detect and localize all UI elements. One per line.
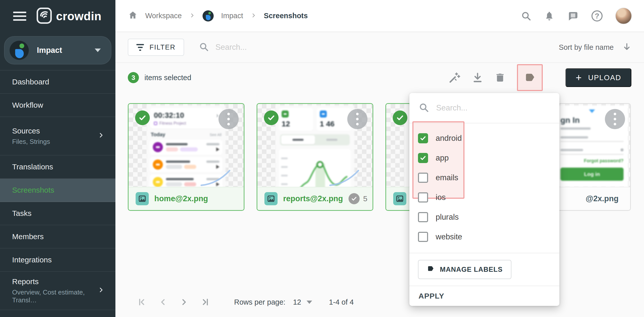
selected-check-icon[interactable] (264, 110, 279, 125)
selected-text: items selected (144, 74, 191, 82)
chevron-right-icon (251, 12, 256, 20)
breadcrumb-workspace[interactable]: Workspace (145, 12, 182, 20)
label-option-emails[interactable]: emails (409, 168, 559, 188)
image-file-icon (393, 192, 406, 205)
rows-per-page-value[interactable]: 12 (293, 298, 301, 306)
delete-trash-icon[interactable] (495, 72, 505, 83)
screenshot-filename[interactable]: home@2x.png (154, 194, 208, 203)
image-file-icon (136, 192, 149, 205)
card-menu-dots-icon[interactable] (218, 109, 239, 129)
sidebar-item-tasks[interactable]: Tasks (0, 202, 115, 225)
pagination: Rows per page: 12 1-4 of 4 (136, 292, 354, 312)
dropdown-arrow (589, 109, 595, 113)
label-option-ios[interactable]: ios (409, 188, 559, 207)
sort-control[interactable]: Sort by file name (559, 42, 631, 52)
label-option-plurals[interactable]: plurals (409, 207, 559, 227)
help-icon[interactable]: ? (591, 10, 603, 21)
chevron-right-icon (98, 286, 104, 295)
sidebar-item-screenshots[interactable]: Screenshots (0, 179, 115, 202)
checkbox-unchecked-icon[interactable] (418, 232, 428, 242)
next-page-icon[interactable] (179, 297, 190, 308)
apply-button[interactable]: APPLY (418, 292, 444, 300)
screenshot-search-input[interactable]: Search... (199, 42, 559, 53)
divider (409, 253, 559, 253)
sidebar-item-workflow[interactable]: Workflow (0, 94, 115, 117)
crowdin-logo-icon (36, 7, 52, 25)
sidebar-item-dashboard[interactable]: Dashboard (0, 71, 115, 94)
checkbox-checked-icon[interactable] (418, 153, 428, 163)
project-name: Impact (37, 46, 62, 55)
main-area: Workspace Impact Screenshots (115, 0, 644, 317)
breadcrumb: Workspace Impact Screenshots (128, 10, 308, 21)
selected-check-icon[interactable] (135, 110, 150, 125)
home-icon[interactable] (128, 10, 138, 21)
apply-row: APPLY (409, 286, 559, 306)
sidebar-item-sublabel: Overview, Cost estimate, Transl… (12, 288, 103, 304)
chevron-down-icon (95, 49, 101, 52)
page-range: 1-4 of 4 (329, 298, 354, 306)
search-icon (418, 102, 429, 114)
upload-button[interactable]: + UPLOAD (565, 68, 631, 87)
labels-list: android app emails ios (409, 123, 559, 253)
checkbox-checked-icon[interactable] (418, 133, 428, 143)
topbar-actions: ? (521, 8, 632, 24)
project-switcher[interactable]: Impact (4, 36, 111, 64)
check-icon (349, 193, 360, 204)
image-file-icon (264, 192, 278, 205)
sidebar: crowdin Impact Dashboard Workflow Source… (0, 0, 115, 317)
screenshot-thumbnail: 00:32:10› Fitness Project Today See All (129, 104, 244, 187)
previous-page-icon[interactable] (157, 297, 168, 308)
screenshots-page: FILTER Search... Sort by file name (115, 32, 644, 317)
checkbox-unchecked-icon[interactable] (418, 192, 428, 202)
notifications-bell-icon[interactable] (544, 11, 555, 21)
label-icon (427, 265, 434, 274)
hamburger-menu-icon[interactable] (13, 12, 26, 21)
search-icon[interactable] (521, 11, 531, 21)
last-page-icon[interactable] (200, 297, 211, 308)
sidebar-item-sources[interactable]: Sources Files, Strings (0, 117, 115, 155)
top-bar: Workspace Impact Screenshots (115, 0, 644, 32)
label-option-android[interactable]: android (409, 128, 559, 148)
messages-chat-icon[interactable] (567, 10, 579, 22)
selected-count-badge: 3 (128, 72, 139, 83)
assign-label-icon[interactable] (524, 72, 536, 83)
search-icon (199, 42, 209, 53)
search-placeholder: Search... (436, 103, 467, 112)
card-menu-dots-icon[interactable] (605, 109, 625, 129)
sidebar-item-reports[interactable]: Reports Overview, Cost estimate, Transl… (0, 272, 115, 310)
manage-labels-wrap: MANAGE LABELS (409, 253, 559, 286)
bulk-actions: + UPLOAD (449, 64, 631, 91)
card-menu-dots-icon[interactable] (347, 109, 367, 129)
first-page-icon[interactable] (136, 297, 147, 308)
chevron-right-icon (189, 12, 195, 20)
sidebar-item-members[interactable]: Members (0, 225, 115, 248)
tagged-strings-count: 5 (349, 193, 367, 204)
caret-down-icon[interactable] (307, 301, 312, 304)
screenshot-card-reports[interactable]: 12 1 46 (257, 103, 373, 211)
filter-button[interactable]: FILTER (128, 39, 184, 56)
plus-icon: + (576, 73, 582, 83)
auto-tag-wand-icon[interactable] (449, 72, 460, 83)
crowdin-logo[interactable]: crowdin (36, 7, 102, 25)
user-avatar[interactable] (615, 8, 632, 24)
labels-dropdown: Search... android app (409, 93, 559, 306)
label-option-app[interactable]: app (409, 148, 559, 168)
selected-check-icon[interactable] (393, 110, 407, 125)
card-footer: reports@2x.png 5 (257, 187, 373, 210)
label-option-website[interactable]: website (409, 227, 559, 247)
breadcrumb-project[interactable]: Impact (221, 12, 243, 20)
download-icon[interactable] (472, 72, 483, 83)
app-window: crowdin Impact Dashboard Workflow Source… (0, 0, 644, 317)
checkbox-unchecked-icon[interactable] (418, 173, 428, 183)
decorative-curve (200, 170, 231, 186)
manage-labels-button[interactable]: MANAGE LABELS (418, 260, 511, 279)
screenshot-card-home[interactable]: 00:32:10› Fitness Project Today See All (128, 103, 244, 211)
arrow-down-icon (622, 42, 631, 52)
screenshot-filename[interactable]: reports@2x.png (283, 194, 343, 203)
labels-search-input[interactable]: Search... (409, 93, 559, 123)
checkbox-unchecked-icon[interactable] (418, 212, 428, 222)
label-annotation-highlight (517, 64, 543, 91)
chevron-right-icon (98, 132, 104, 140)
sidebar-item-translations[interactable]: Translations (0, 155, 115, 179)
sidebar-item-integrations[interactable]: Integrations (0, 248, 115, 272)
